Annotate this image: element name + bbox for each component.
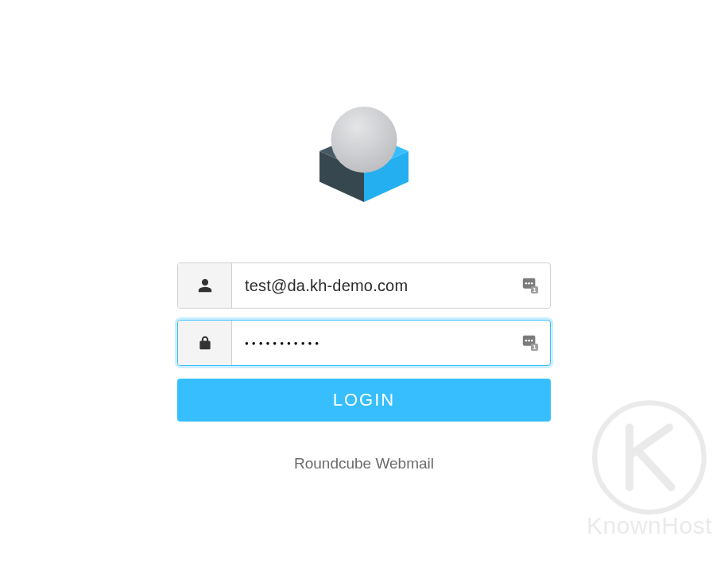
svg-point-13 <box>528 340 530 342</box>
svg-point-12 <box>525 340 528 342</box>
credential-manager-icon[interactable]: 1 <box>521 277 539 294</box>
svg-point-6 <box>525 282 528 285</box>
watermark: KnownHost <box>587 398 712 539</box>
svg-text:1: 1 <box>532 344 536 351</box>
user-icon-addon <box>178 263 232 308</box>
svg-point-4 <box>331 107 397 173</box>
login-container: 1 1 <box>177 87 551 472</box>
password-input[interactable] <box>245 340 537 347</box>
svg-text:1: 1 <box>532 286 536 294</box>
app-logo <box>300 87 428 215</box>
user-icon <box>197 278 213 294</box>
lock-icon-addon <box>178 321 232 365</box>
roundcube-logo-icon <box>300 87 428 215</box>
username-row: 1 <box>177 262 551 309</box>
watermark-brand-text: KnownHost <box>587 512 712 539</box>
svg-point-7 <box>528 282 530 285</box>
product-label: Roundcube Webmail <box>177 455 551 472</box>
username-input[interactable] <box>245 277 537 295</box>
svg-point-14 <box>531 340 533 342</box>
svg-point-8 <box>531 282 533 285</box>
svg-point-17 <box>594 402 704 512</box>
login-form: 1 1 <box>177 262 551 472</box>
credential-manager-icon[interactable]: 1 <box>521 334 539 352</box>
password-row: 1 <box>177 320 551 366</box>
knownhost-logo-icon <box>590 398 709 517</box>
lock-icon <box>197 335 213 351</box>
login-button[interactable]: LOGIN <box>177 379 551 422</box>
